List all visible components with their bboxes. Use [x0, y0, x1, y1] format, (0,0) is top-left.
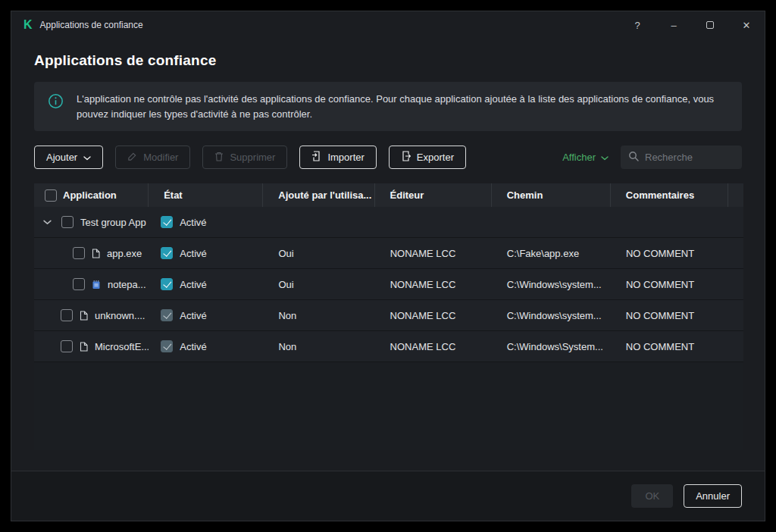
collapse-chevron-icon[interactable] [43, 220, 52, 225]
column-header-comments: Commentaires [611, 183, 728, 207]
table-header: Application État Ajouté par l'utilisa...… [34, 183, 743, 207]
search-icon [628, 151, 639, 164]
search-box [621, 146, 742, 169]
titlebar: K Applications de confiance ? – ✕ [11, 11, 765, 39]
export-button[interactable]: Exporter [389, 146, 466, 169]
added-by-user-value: Non [263, 300, 374, 330]
import-button[interactable]: Importer [299, 146, 376, 169]
maximize-icon [706, 21, 714, 29]
path-value: C:\Windows\system... [492, 269, 611, 299]
state-label: Activé [180, 248, 206, 259]
add-button[interactable]: Ajouter [34, 146, 103, 169]
table-empty-area [34, 362, 743, 450]
show-dropdown[interactable]: Afficher [562, 152, 609, 163]
state-label: Activé [180, 217, 206, 228]
row-checkbox[interactable] [61, 309, 73, 321]
state-checkbox[interactable] [161, 278, 173, 290]
column-header-application: Application [63, 189, 117, 201]
chevron-down-icon [83, 152, 91, 163]
edit-button-label: Modifier [143, 152, 178, 163]
column-header-state: État [149, 183, 263, 207]
column-header-path: Chemin [492, 183, 611, 207]
ok-button[interactable]: OK [631, 484, 673, 508]
table-group-row[interactable]: Test group App Activé [34, 207, 743, 238]
info-icon [48, 93, 64, 112]
window-title: Applications de confiance [40, 20, 143, 30]
row-checkbox[interactable] [61, 340, 73, 352]
file-icon [80, 311, 88, 321]
row-checkbox[interactable] [61, 216, 74, 228]
editor-value: NONAME LCC [375, 300, 492, 330]
state-label: Activé [180, 341, 206, 352]
import-button-label: Importer [327, 152, 364, 163]
path-value: C:\Fake\app.exe [492, 238, 611, 268]
comment-value: NO COMMENT [611, 331, 728, 361]
column-header-editor: Éditeur [375, 183, 492, 207]
row-checkbox[interactable] [73, 247, 85, 259]
application-name: MicrosoftE... [95, 341, 149, 352]
editor-value: NONAME LCC [375, 331, 492, 361]
comment-value: NO COMMENT [611, 269, 728, 299]
table-row[interactable]: app.exe Activé Oui NONAME LCC C:\Fake\ap… [34, 238, 743, 269]
kaspersky-logo-icon: K [23, 19, 33, 31]
edit-button[interactable]: Modifier [115, 146, 190, 169]
file-icon [80, 342, 88, 352]
comment-value: NO COMMENT [611, 300, 728, 330]
info-text: L'application ne contrôle pas l'activité… [77, 92, 728, 121]
application-name: notepa... [108, 279, 146, 290]
row-checkbox[interactable] [73, 278, 85, 290]
export-icon [401, 151, 411, 164]
trash-icon [214, 152, 224, 164]
toolbar: Ajouter Modifier Supprimer Importer Expo… [34, 146, 742, 169]
info-banner: L'application ne contrôle pas l'activité… [34, 82, 742, 131]
path-value: C:\Windows\system... [492, 300, 611, 330]
delete-button-label: Supprimer [230, 152, 275, 163]
add-button-label: Ajouter [46, 152, 77, 163]
table-scroll-spacer [728, 183, 743, 207]
application-name: unknown.... [95, 310, 146, 321]
table-row[interactable]: notepa... Activé Oui NONAME LCC C:\Windo… [34, 269, 743, 300]
editor-value: NONAME LCC [375, 238, 492, 268]
state-checkbox[interactable] [161, 309, 173, 321]
select-all-checkbox[interactable] [45, 189, 57, 202]
application-name: app.exe [107, 248, 142, 259]
show-dropdown-label: Afficher [562, 152, 596, 163]
close-button[interactable]: ✕ [740, 20, 753, 31]
chevron-down-icon [601, 152, 609, 163]
import-icon [311, 151, 321, 164]
footer: OK Annuler [11, 471, 765, 521]
added-by-user-value: Non [263, 331, 374, 361]
cancel-button[interactable]: Annuler [684, 484, 742, 508]
page-title: Applications de confiance [34, 52, 742, 69]
pencil-icon [127, 152, 137, 164]
state-checkbox[interactable] [161, 216, 173, 228]
file-icon [92, 249, 100, 258]
table-row[interactable]: unknown.... Activé Non NONAME LCC C:\Win… [34, 300, 743, 331]
help-button[interactable]: ? [631, 20, 643, 31]
editor-value: NONAME LCC [375, 269, 492, 299]
column-header-added-by-user: Ajouté par l'utilisa... [263, 183, 374, 207]
maximize-button[interactable] [704, 20, 716, 31]
applications-table: Application État Ajouté par l'utilisa...… [34, 183, 743, 450]
delete-button[interactable]: Supprimer [202, 146, 287, 169]
window-controls: ? – ✕ [631, 20, 753, 31]
state-label: Activé [180, 279, 206, 290]
comment-value: NO COMMENT [611, 238, 728, 268]
path-value: C:\Windows\System... [492, 331, 611, 361]
export-button-label: Exporter [417, 152, 454, 163]
search-input[interactable] [645, 152, 734, 163]
added-by-user-value: Oui [263, 238, 374, 268]
state-checkbox[interactable] [161, 247, 173, 259]
notepad-icon [92, 280, 101, 289]
minimize-button[interactable]: – [668, 20, 680, 31]
state-checkbox[interactable] [161, 340, 173, 352]
state-label: Activé [180, 310, 206, 321]
group-name: Test group App [80, 217, 146, 228]
trusted-applications-window: K Applications de confiance ? – ✕ Applic… [11, 11, 765, 521]
table-row[interactable]: MicrosoftE... Activé Non NONAME LCC C:\W… [34, 331, 743, 362]
added-by-user-value: Oui [263, 269, 374, 299]
